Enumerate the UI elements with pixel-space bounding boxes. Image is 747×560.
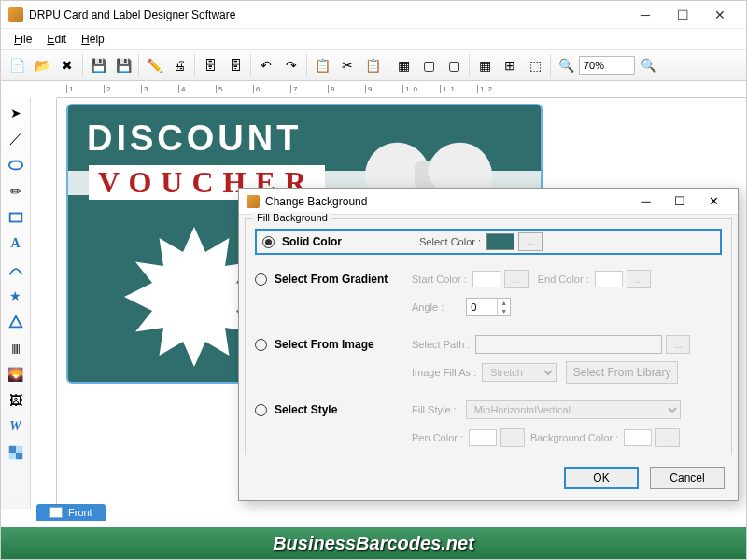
- tab-front-label: Front: [68, 507, 92, 518]
- image-row: Select From Image Select Path : ...: [255, 331, 722, 357]
- svg-marker-2: [9, 316, 21, 328]
- app-title: DRPU Card and Label Designer Software: [29, 8, 627, 21]
- select-color-label: Select Color :: [419, 236, 481, 247]
- ruler-horizontal: 123456789101112: [57, 81, 746, 98]
- save-icon[interactable]: 💾: [86, 53, 110, 77]
- arc-tool-icon[interactable]: [5, 259, 27, 281]
- menu-file[interactable]: File: [7, 31, 39, 48]
- dialog-close-button[interactable]: ✕: [697, 189, 730, 215]
- watermark-footer: BusinessBarcodes.net: [1, 527, 746, 559]
- bg-color-browse-button: ...: [655, 428, 680, 447]
- select-from-library-button: Select From Library: [566, 361, 678, 384]
- export-db-icon[interactable]: 🗄: [223, 53, 247, 77]
- app-icon: [8, 7, 23, 22]
- image-fill-as-combo: Stretch: [482, 363, 557, 382]
- star-tool-icon[interactable]: ★: [5, 285, 27, 307]
- text-tool-icon[interactable]: A: [5, 232, 27, 255]
- menu-bar: File Edit Help: [1, 29, 746, 49]
- svg-rect-1: [9, 214, 21, 222]
- start-color-browse-button: ...: [504, 270, 529, 288]
- end-color-swatch: [595, 271, 623, 287]
- line-tool-icon[interactable]: ／: [5, 128, 27, 150]
- bg-color-swatch: [624, 429, 652, 446]
- start-color-label: Start Color :: [412, 273, 467, 285]
- ellipse-tool-icon[interactable]: [5, 154, 27, 176]
- ok-button[interactable]: OK: [564, 467, 639, 489]
- end-color-label: End Color :: [538, 273, 589, 285]
- card-text-discount[interactable]: DISCOUNT: [87, 119, 302, 159]
- radio-image[interactable]: Select From Image: [255, 338, 412, 351]
- close-button[interactable]: ✕: [701, 1, 739, 29]
- cut-icon[interactable]: ✂: [335, 53, 359, 77]
- zoom-combo[interactable]: [579, 56, 635, 75]
- start-color-swatch: [472, 271, 500, 287]
- dialog-maximize-button[interactable]: ☐: [663, 189, 697, 215]
- radio-solid-color[interactable]: Solid Color: [262, 235, 419, 248]
- wordart-tool-icon[interactable]: W: [5, 415, 27, 438]
- menu-help[interactable]: Help: [74, 31, 112, 48]
- solid-color-swatch[interactable]: [486, 233, 514, 250]
- snap-icon[interactable]: ⊞: [498, 53, 522, 77]
- select-path-label: Select Path :: [412, 339, 470, 350]
- radio-gradient[interactable]: Select From Gradient: [255, 273, 412, 286]
- undo-icon[interactable]: ↶: [254, 53, 278, 77]
- print-icon[interactable]: 🖨: [167, 53, 191, 77]
- zoom-in-icon[interactable]: 🔍: [554, 53, 578, 77]
- dialog-titlebar[interactable]: Change Background ─ ☐ ✕: [239, 189, 738, 215]
- save-as-icon[interactable]: 💾: [111, 53, 135, 77]
- paste-icon[interactable]: 📋: [360, 53, 385, 77]
- close-file-icon[interactable]: ✖: [55, 53, 79, 77]
- tab-front[interactable]: Front: [36, 504, 106, 521]
- image-fill-as-label: Image Fill As :: [412, 367, 476, 378]
- ruler-vertical: [31, 98, 57, 509]
- watermark-text: BusinessBarcodes.net: [273, 533, 474, 554]
- image-tool-icon[interactable]: 🌄: [5, 363, 27, 385]
- angle-label: Angle :: [412, 301, 444, 313]
- menu-edit[interactable]: Edit: [39, 31, 74, 48]
- fill-background-group: Fill Background Solid Color Select Color…: [245, 218, 732, 455]
- maximize-button[interactable]: ☐: [664, 1, 701, 29]
- radio-style[interactable]: Select Style: [255, 403, 412, 416]
- radio-style-label: Select Style: [275, 403, 337, 416]
- cancel-button[interactable]: Cancel: [650, 467, 725, 489]
- window-titlebar: DRPU Card and Label Designer Software ─ …: [1, 1, 746, 29]
- edit-icon[interactable]: ✏️: [142, 53, 166, 77]
- svg-rect-4: [8, 446, 15, 453]
- zoom-out-icon[interactable]: 🔍: [636, 53, 660, 77]
- rectangle-tool-icon[interactable]: [5, 206, 27, 229]
- pointer-tool-icon[interactable]: ➤: [5, 102, 27, 124]
- copy-icon[interactable]: 📋: [310, 53, 334, 77]
- dialog-icon: [247, 195, 260, 208]
- pattern-tool-icon[interactable]: [5, 441, 27, 464]
- database-icon[interactable]: 🗄: [198, 53, 222, 77]
- solid-color-browse-button[interactable]: ...: [518, 232, 543, 251]
- fill-style-combo: MinHorizontalVertical: [466, 400, 681, 419]
- triangle-tool-icon[interactable]: [5, 311, 27, 333]
- style-row: Select Style Fill Style : MinHorizontalV…: [255, 397, 722, 423]
- pen-color-swatch: [469, 429, 497, 446]
- group-icon[interactable]: ▢: [416, 53, 441, 77]
- group2-icon[interactable]: ▢: [442, 53, 466, 77]
- barcode-tool-icon[interactable]: |||||: [5, 337, 27, 359]
- left-tool-panel: ➤ ／ ✏ A ★ ||||| 🌄 🖼 W: [1, 98, 31, 509]
- minimize-button[interactable]: ─: [627, 1, 664, 29]
- dialog-minimize-button[interactable]: ─: [629, 189, 663, 215]
- chevron-up-icon: ▲: [498, 299, 510, 307]
- open-icon[interactable]: 📂: [30, 53, 54, 77]
- radio-solid-color-label: Solid Color: [282, 235, 342, 248]
- align-icon[interactable]: ▦: [391, 53, 416, 77]
- library-tool-icon[interactable]: 🖼: [5, 389, 27, 412]
- bg-color-label: Background Color :: [530, 432, 618, 443]
- new-icon[interactable]: 📄: [5, 53, 29, 77]
- dialog-button-row: OK Cancel: [239, 461, 738, 495]
- page-tabs: Front: [36, 499, 106, 525]
- pencil-tool-icon[interactable]: ✏: [5, 180, 27, 203]
- solid-color-row: Solid Color Select Color : ...: [255, 229, 722, 255]
- svg-point-0: [8, 161, 21, 170]
- select-all-icon[interactable]: ⬚: [523, 53, 547, 77]
- style-color-row: Pen Color : ... Background Color : ...: [255, 425, 722, 451]
- change-background-dialog: Change Background ─ ☐ ✕ Fill Background …: [238, 188, 739, 501]
- radio-image-label: Select From Image: [275, 338, 374, 351]
- grid-icon[interactable]: ▦: [472, 53, 497, 77]
- redo-icon[interactable]: ↷: [279, 53, 303, 77]
